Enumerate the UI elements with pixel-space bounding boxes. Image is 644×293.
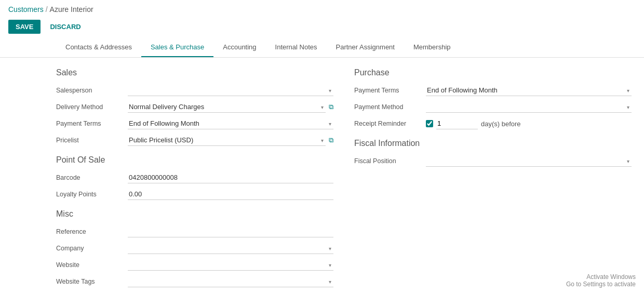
website-tags-group: Website Tags ▾ — [56, 276, 333, 287]
website-tags-label: Website Tags — [56, 278, 124, 285]
misc-section-divider: Misc — [56, 209, 333, 219]
pricelist-group: Pricelist Public Pricelist (USD) ▾ ⧉ — [56, 135, 333, 146]
activate-windows-line1: Activate Windows — [566, 273, 636, 281]
purchase-payment-terms-select-wrapper: End of Following Month ▾ — [426, 85, 632, 96]
website-tags-select[interactable] — [128, 276, 333, 287]
tab-partner-assignment[interactable]: Partner Assignment — [327, 38, 404, 57]
payment-method-label: Payment Method — [354, 103, 422, 111]
payment-method-select[interactable] — [426, 101, 632, 113]
fiscal-position-label: Fiscal Position — [354, 157, 422, 165]
delivery-method-label: Delivery Method — [56, 103, 124, 111]
salesperson-label: Salesperson — [56, 87, 124, 94]
receipt-reminder-checkbox[interactable] — [426, 120, 433, 127]
pos-section-divider: Point Of Sale — [56, 155, 333, 165]
loyalty-points-input[interactable] — [128, 189, 333, 200]
fiscal-section-divider: Fiscal Information — [354, 139, 632, 148]
sales-section-title: Sales — [56, 68, 333, 77]
sales-payment-terms-select-wrapper: End of Following Month ▾ — [128, 118, 333, 129]
delivery-method-external-link[interactable]: ⧉ — [329, 103, 333, 111]
left-column: Sales Salesperson ▾ Delivery Method Norm… — [56, 68, 333, 292]
website-group: Website ▾ — [56, 259, 333, 271]
delivery-method-select[interactable]: Normal Delivery Charges — [128, 101, 326, 113]
barcode-group: Barcode — [56, 172, 333, 183]
website-select[interactable] — [128, 259, 333, 271]
receipt-reminder-days-input[interactable] — [436, 118, 478, 129]
pricelist-select[interactable]: Public Pricelist (USD) — [128, 135, 326, 146]
loyalty-points-label: Loyalty Points — [56, 191, 124, 198]
purchase-payment-terms-select[interactable]: End of Following Month — [426, 85, 632, 96]
activate-windows-notice: Activate Windows Go to Settings to activ… — [566, 273, 636, 288]
tab-internal-notes[interactable]: Internal Notes — [266, 38, 327, 57]
save-button[interactable]: SAVE — [8, 20, 41, 34]
activate-windows-line2: Go to Settings to activate — [566, 281, 636, 288]
sales-payment-terms-group: Payment Terms End of Following Month ▾ — [56, 118, 333, 129]
delivery-method-select-wrapper: Normal Delivery Charges ▾ — [128, 101, 326, 113]
tab-contacts[interactable]: Contacts & Addresses — [56, 38, 141, 57]
pos-section-title: Point Of Sale — [56, 155, 333, 165]
tab-membership[interactable]: Membership — [404, 38, 460, 57]
tab-sales-purchase[interactable]: Sales & Purchase — [141, 38, 213, 57]
misc-section-title: Misc — [56, 209, 333, 219]
delivery-method-wrap: Normal Delivery Charges ▾ ⧉ — [128, 101, 333, 113]
reference-group: Reference — [56, 226, 333, 237]
pricelist-wrap: Public Pricelist (USD) ▾ ⧉ — [128, 135, 333, 146]
salesperson-select[interactable] — [128, 85, 333, 96]
receipt-reminder-days-suffix: day(s) before — [481, 120, 521, 128]
receipt-reminder-row: day(s) before — [426, 118, 521, 129]
loyalty-points-group: Loyalty Points — [56, 189, 333, 200]
tab-accounting[interactable]: Accounting — [213, 38, 265, 57]
fiscal-position-group: Fiscal Position ▾ — [354, 155, 632, 167]
fiscal-position-select-wrapper: ▾ — [426, 155, 632, 167]
pricelist-select-wrapper: Public Pricelist (USD) ▾ — [128, 135, 326, 146]
reference-label: Reference — [56, 228, 124, 235]
website-label: Website — [56, 261, 124, 269]
sales-payment-terms-label: Payment Terms — [56, 120, 124, 127]
salesperson-group: Salesperson ▾ — [56, 85, 333, 96]
purchase-section-title: Purchase — [354, 68, 632, 77]
right-column: Purchase Payment Terms End of Following … — [354, 68, 632, 292]
pricelist-label: Pricelist — [56, 137, 124, 144]
barcode-label: Barcode — [56, 174, 124, 181]
company-label: Company — [56, 245, 124, 252]
barcode-input[interactable] — [128, 172, 333, 183]
company-select-wrapper: ▾ — [128, 243, 333, 254]
breadcrumb-separator: / — [46, 5, 48, 14]
reference-input[interactable] — [128, 226, 333, 237]
website-select-wrapper: ▾ — [128, 259, 333, 271]
tabs-bar: Contacts & Addresses Sales & Purchase Ac… — [0, 38, 644, 58]
discard-button[interactable]: DISCARD — [45, 20, 86, 34]
fiscal-position-select[interactable] — [426, 155, 632, 167]
fiscal-section-title: Fiscal Information — [354, 139, 632, 148]
receipt-reminder-label: Receipt Reminder — [354, 120, 422, 127]
main-content: Sales Salesperson ▾ Delivery Method Norm… — [0, 58, 644, 293]
payment-method-select-wrapper: ▾ — [426, 101, 632, 113]
breadcrumb: Customers / Azure Interior — [0, 0, 644, 17]
receipt-reminder-group: Receipt Reminder day(s) before — [354, 118, 632, 129]
pricelist-external-link[interactable]: ⧉ — [329, 136, 333, 144]
company-select[interactable] — [128, 243, 333, 254]
sales-payment-terms-select[interactable]: End of Following Month — [128, 118, 333, 129]
purchase-payment-terms-label: Payment Terms — [354, 87, 422, 94]
breadcrumb-customers-link[interactable]: Customers — [8, 5, 44, 14]
company-group: Company ▾ — [56, 243, 333, 254]
breadcrumb-current: Azure Interior — [50, 5, 93, 14]
purchase-payment-terms-group: Payment Terms End of Following Month ▾ — [354, 85, 632, 96]
delivery-method-group: Delivery Method Normal Delivery Charges … — [56, 101, 333, 113]
payment-method-group: Payment Method ▾ — [354, 101, 632, 113]
website-tags-select-wrapper: ▾ — [128, 276, 333, 287]
salesperson-select-wrapper: ▾ — [128, 85, 333, 96]
action-bar: SAVE DISCARD — [0, 17, 644, 38]
